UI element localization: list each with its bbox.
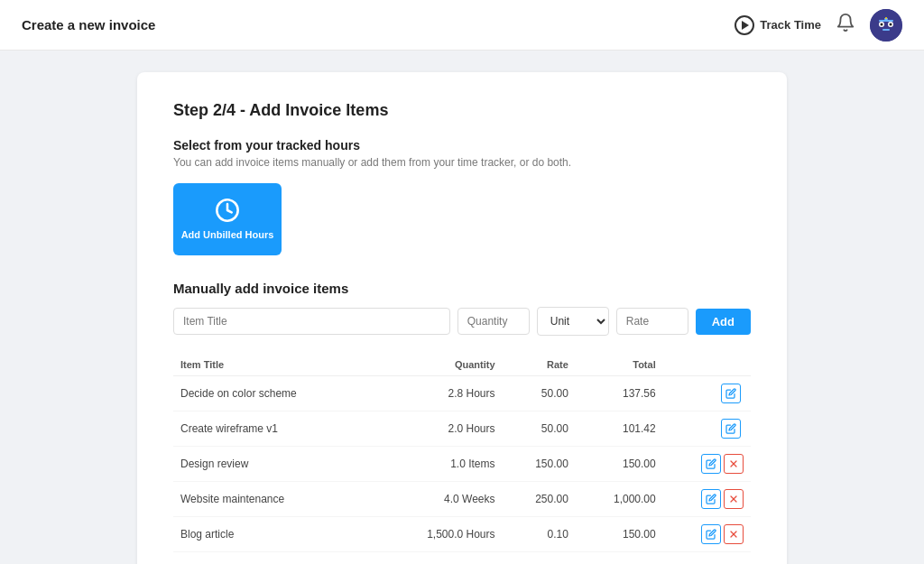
edit-icon[interactable] (701, 524, 721, 544)
tracked-hours-label: Select from your tracked hours (173, 138, 751, 153)
cell-total: 137.56 (576, 376, 663, 411)
page-header: Create a new invoice Track Time (0, 0, 924, 51)
cell-total: 150.00 (576, 517, 663, 552)
table-row: Website maintenance4.0 Weeks250.001,000.… (173, 482, 751, 517)
edit-icon[interactable] (721, 384, 741, 403)
quantity-input[interactable] (457, 308, 530, 335)
main-content: Step 2/4 - Add Invoice Items Select from… (0, 51, 924, 564)
col-rate: Rate (503, 354, 576, 376)
col-item-title: Item Title (173, 354, 374, 376)
col-actions (663, 354, 751, 376)
cell-quantity: 4.0 Weeks (374, 482, 502, 517)
cell-rate: 150.00 (503, 447, 576, 482)
cell-actions (663, 411, 751, 447)
edit-icon[interactable] (701, 454, 721, 474)
delete-icon[interactable] (724, 524, 744, 544)
cell-title: Design review (173, 447, 374, 482)
manually-add-title: Manually add invoice items (173, 281, 751, 296)
table-row: Decide on color scheme2.8 Hours50.00137.… (173, 376, 751, 411)
cell-total: 1,000.00 (576, 482, 663, 517)
col-total: Total (576, 354, 663, 376)
svg-point-0 (870, 9, 902, 42)
svg-point-8 (885, 17, 887, 19)
cell-quantity: 2.8 Hours (374, 376, 502, 411)
cell-total: 150.00 (576, 447, 663, 482)
svg-point-4 (890, 23, 892, 25)
unit-select[interactable]: Unit Hours Items Weeks (537, 307, 609, 336)
table-header-row: Item Title Quantity Rate Total (173, 354, 751, 376)
cell-actions (663, 376, 751, 411)
svg-rect-6 (882, 29, 890, 31)
items-table: Item Title Quantity Rate Total Decide on… (173, 354, 751, 552)
svg-point-3 (881, 23, 883, 25)
page-title: Create a new invoice (22, 17, 155, 32)
add-unbilled-button[interactable]: Add Unbilled Hours (173, 183, 282, 255)
cell-actions (663, 447, 751, 482)
col-quantity: Quantity (374, 354, 502, 376)
table-row: Blog article1,500.0 Hours0.10150.00 (173, 517, 751, 552)
delete-icon[interactable] (724, 489, 744, 509)
rate-input[interactable] (616, 308, 688, 335)
avatar[interactable] (870, 9, 902, 42)
cell-rate: 50.00 (503, 376, 576, 411)
cell-rate: 0.10 (503, 517, 576, 552)
add-item-button[interactable]: Add (696, 309, 751, 335)
clock-icon (215, 198, 240, 223)
edit-icon[interactable] (721, 419, 741, 439)
cell-quantity: 1.0 Items (374, 447, 502, 482)
edit-icon[interactable] (701, 489, 721, 509)
tracked-hours-desc: You can add invoice items manually or ad… (173, 156, 751, 169)
cell-total: 101.42 (576, 411, 663, 447)
cell-title: Blog article (173, 517, 374, 552)
cell-quantity: 2.0 Hours (374, 411, 502, 447)
cell-title: Create wireframe v1 (173, 411, 374, 447)
add-item-form: Unit Hours Items Weeks Add (173, 307, 751, 336)
cell-title: Decide on color scheme (173, 376, 374, 411)
table-row: Design review1.0 Items150.00150.00 (173, 447, 751, 482)
cell-actions (663, 517, 751, 552)
item-title-input[interactable] (173, 308, 450, 335)
cell-quantity: 1,500.0 Hours (374, 517, 502, 552)
cell-rate: 50.00 (503, 411, 576, 447)
delete-icon[interactable] (724, 454, 744, 474)
bell-icon[interactable] (836, 13, 855, 37)
svg-rect-5 (879, 20, 893, 22)
cell-title: Website maintenance (173, 482, 374, 517)
play-icon (735, 15, 754, 35)
cell-actions (663, 482, 751, 517)
play-triangle-icon (742, 21, 749, 30)
invoice-card: Step 2/4 - Add Invoice Items Select from… (137, 72, 787, 564)
track-time-button[interactable]: Track Time (735, 15, 821, 35)
header-actions: Track Time (735, 9, 902, 42)
step-title: Step 2/4 - Add Invoice Items (173, 101, 751, 120)
cell-rate: 250.00 (503, 482, 576, 517)
table-row: Create wireframe v12.0 Hours50.00101.42 (173, 411, 751, 447)
